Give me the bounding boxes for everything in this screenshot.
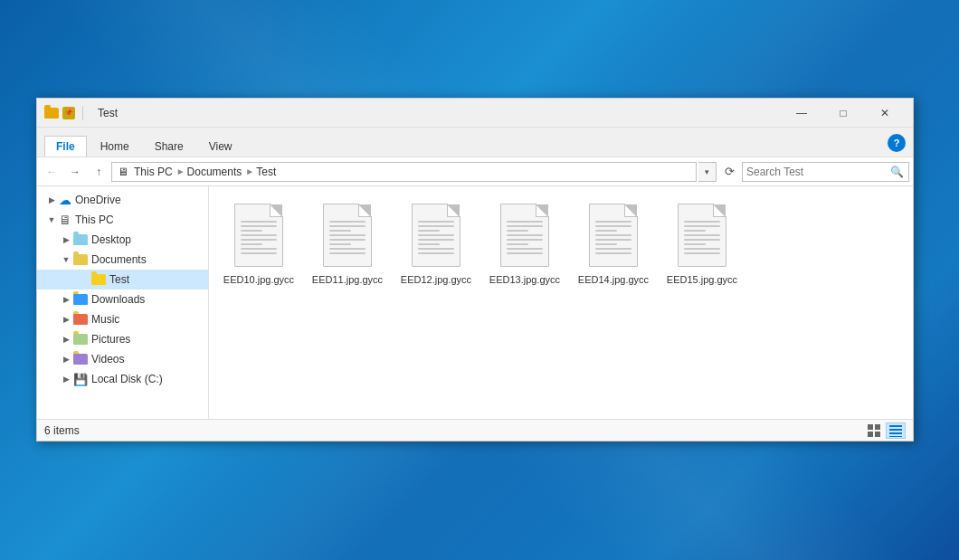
tab-home[interactable]: Home — [89, 136, 141, 157]
file-name: EED12.jpg.gycc — [401, 273, 471, 286]
sidebar-item-thispc[interactable]: ▼ 🖥 This PC — [37, 210, 208, 230]
test-folder-icon — [91, 274, 106, 285]
titlebar: 📌 Test — □ ✕ — [37, 99, 913, 128]
back-button[interactable]: ← — [41, 161, 62, 183]
file-item[interactable]: EED15.jpg.gycc — [661, 195, 743, 289]
file-item[interactable]: EED13.jpg.gycc — [484, 195, 565, 289]
forward-button[interactable]: → — [64, 161, 86, 183]
onedrive-icon: ☁ — [59, 193, 71, 207]
content-area: ▶ ☁ OneDrive ▼ 🖥 This PC ▶ Desktop ▼ Doc… — [37, 186, 913, 419]
sidebar-item-desktop[interactable]: ▶ Desktop — [37, 230, 208, 250]
tab-file[interactable]: File — [44, 136, 87, 157]
file-item[interactable]: EED11.jpg.gycc — [307, 195, 388, 289]
address-dropdown[interactable]: ▾ — [698, 162, 717, 182]
file-icon — [496, 199, 554, 271]
downloads-folder-icon — [73, 294, 88, 305]
sidebar-item-test[interactable]: ▶ Test — [37, 270, 208, 289]
document-shape — [500, 204, 549, 267]
file-explorer-window: 📌 Test — □ ✕ File Home Share View ? ← → … — [36, 98, 914, 441]
ribbon-tabs-wrapper: File Home Share View ? — [37, 128, 913, 157]
refresh-button[interactable]: ⟳ — [718, 161, 740, 183]
svg-rect-6 — [889, 432, 902, 434]
toggle-onedrive: ▶ — [44, 193, 59, 207]
view-buttons — [864, 422, 906, 439]
svg-rect-1 — [875, 424, 880, 430]
tiles-icon — [868, 424, 880, 437]
file-name: EED11.jpg.gycc — [312, 273, 383, 286]
path-segment-docs: Documents ► — [187, 166, 257, 178]
list-icon — [889, 424, 902, 437]
document-shape — [589, 204, 638, 267]
up-button[interactable]: ↑ — [88, 161, 109, 183]
titlebar-icons: 📌 — [44, 106, 87, 120]
ribbon-tabs: File Home Share View — [41, 129, 250, 157]
file-icon — [673, 199, 731, 271]
list-view-button[interactable] — [886, 422, 906, 439]
toggle-documents: ▼ — [59, 252, 73, 267]
file-item[interactable]: EED12.jpg.gycc — [395, 195, 477, 289]
file-name: EED13.jpg.gycc — [489, 273, 560, 286]
window-title: Test — [98, 107, 781, 119]
tiles-view-button[interactable] — [864, 422, 884, 439]
tab-share[interactable]: Share — [143, 136, 195, 157]
path-segment-test: Test — [256, 166, 276, 178]
minimize-button[interactable]: — — [781, 99, 822, 128]
disk-icon: 💾 — [73, 373, 88, 386]
close-button[interactable]: ✕ — [864, 99, 906, 128]
path-segment-pc: 🖥 This PC ► — [118, 166, 187, 178]
file-item[interactable]: EED10.jpg.gycc — [218, 195, 299, 289]
toggle-pictures: ▶ — [59, 332, 73, 346]
search-input[interactable] — [746, 166, 888, 178]
titlebar-folder-icon — [44, 108, 59, 119]
pc-tree-icon: 🖥 — [59, 213, 71, 227]
toggle-localdisk: ▶ — [59, 372, 73, 386]
svg-rect-5 — [889, 429, 902, 431]
file-icon — [407, 199, 465, 271]
document-shape — [412, 204, 461, 267]
path-chevron-1: ► — [176, 166, 185, 176]
search-box: 🔍 — [742, 162, 909, 182]
sidebar-item-localdisk[interactable]: ▶ 💾 Local Disk (C:) — [37, 369, 208, 389]
pictures-folder-icon — [73, 334, 88, 345]
titlebar-pin-icon: 📌 — [62, 107, 75, 119]
address-bar: ← → ↑ 🖥 This PC ► Documents ► Test ▾ ⟳ 🔍 — [37, 157, 913, 186]
file-item[interactable]: EED14.jpg.gycc — [573, 195, 654, 289]
status-bar: 6 items — [37, 419, 913, 441]
svg-rect-3 — [875, 432, 880, 437]
toggle-music: ▶ — [59, 312, 73, 327]
file-icon — [584, 199, 642, 271]
svg-rect-4 — [889, 425, 902, 427]
ribbon: File Home Share View ? — [37, 128, 913, 157]
help-button[interactable]: ? — [888, 134, 906, 152]
document-shape — [323, 204, 372, 267]
svg-rect-7 — [889, 436, 902, 437]
search-icon[interactable]: 🔍 — [888, 164, 905, 180]
file-icon — [318, 199, 376, 271]
videos-folder-icon — [73, 354, 88, 365]
music-folder-icon — [73, 314, 88, 325]
sidebar-item-downloads[interactable]: ▶ Downloads — [37, 289, 208, 309]
file-name: EED10.jpg.gycc — [223, 273, 294, 286]
document-shape — [234, 204, 283, 267]
sidebar-item-documents[interactable]: ▼ Documents — [37, 250, 208, 270]
address-path[interactable]: 🖥 This PC ► Documents ► Test — [111, 162, 697, 182]
toggle-desktop: ▶ — [59, 233, 73, 247]
window-controls: — □ ✕ — [781, 99, 906, 128]
toggle-videos: ▶ — [59, 352, 73, 366]
file-name: EED15.jpg.gycc — [667, 273, 737, 286]
svg-rect-0 — [868, 424, 873, 430]
document-shape — [678, 204, 726, 267]
item-count: 6 items — [44, 424, 864, 437]
desktop-folder-icon — [73, 234, 88, 245]
documents-folder-icon — [73, 254, 88, 265]
titlebar-divider — [82, 106, 83, 120]
tab-view[interactable]: View — [197, 136, 244, 157]
maximize-button[interactable]: □ — [822, 99, 864, 128]
path-chevron-2: ► — [245, 166, 254, 176]
sidebar-item-onedrive[interactable]: ▶ ☁ OneDrive — [37, 190, 208, 210]
sidebar-item-videos[interactable]: ▶ Videos — [37, 349, 208, 369]
toggle-downloads: ▶ — [59, 292, 73, 307]
sidebar: ▶ ☁ OneDrive ▼ 🖥 This PC ▶ Desktop ▼ Doc… — [37, 186, 209, 419]
sidebar-item-music[interactable]: ▶ Music — [37, 309, 208, 329]
sidebar-item-pictures[interactable]: ▶ Pictures — [37, 329, 208, 349]
